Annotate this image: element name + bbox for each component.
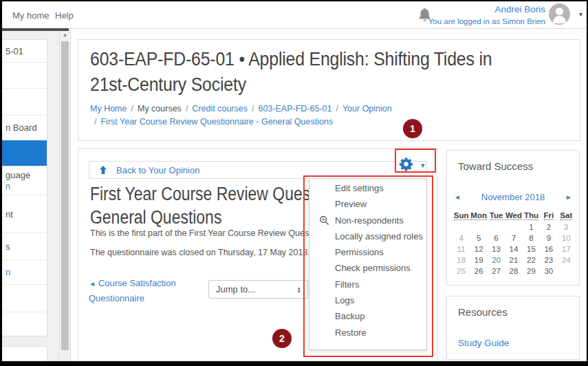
calendar-date: 4 [453,234,470,245]
calendar-date: 18 [453,256,470,267]
calendar-date [558,267,575,278]
calendar-block: Toward Success ◄ November 2018 ► Sun Mon… [446,150,580,286]
breadcrumb-item[interactable]: First Year Course Review Questionnaire -… [100,116,333,129]
breadcrumb-item[interactable]: Your Opinion [342,103,392,116]
scrollbar-thumb[interactable] [61,41,69,350]
nav-help[interactable]: Help [55,10,74,21]
menu-item[interactable]: Check permissions [309,260,426,276]
calendar-nav: ◄ November 2018 ► [454,192,572,202]
calendar-date: 11 [453,245,470,256]
caret-down-icon[interactable]: ▾ [421,161,425,170]
menu-item[interactable]: Edit settings [309,180,426,196]
settings-dropdown-menu: Edit settingsPreviewNon-respondentsLocal… [309,178,427,350]
calendar-date: 16 [540,245,557,256]
calendar-date: 3 [558,223,575,234]
settings-menu-button[interactable]: ▾ [399,157,431,175]
calendar-date: 14 [505,245,522,256]
zoom-in-icon [319,215,329,228]
calendar-date: 5 [470,234,487,245]
sidebar-item[interactable]: n [2,260,47,285]
scroll-up-arrow-icon[interactable]: ▲ [60,32,70,38]
menu-item[interactable]: Permissions [309,244,426,260]
menu-item[interactable]: Logs [309,292,426,308]
breadcrumb-item: / [336,103,338,116]
sidebar-item[interactable]: 5-01 [2,40,47,63]
calendar-date: 6 [488,234,505,245]
user-name[interactable]: Andrei Boris [428,4,545,14]
menu-item[interactable]: Filters [309,277,426,292]
breadcrumb-item: / [131,103,133,116]
calendar-day-header: Sat [558,211,575,223]
user-menu[interactable]: Andrei Boris You are logged in as Simon … [428,4,545,25]
previous-activity-link[interactable]: ◄Course Satisfaction Questionnaire [89,276,219,305]
sidebar-item[interactable]: guagen [2,166,47,195]
back-to-section-box: Back to Your Opinion [89,161,427,179]
screenshot-frame: My home Help Andrei Boris You are logged… [0,0,588,366]
menu-item[interactable]: Preview [309,196,426,212]
arrow-up-icon [98,165,108,175]
jump-to-select[interactable]: Jump to... ▲▼ [208,280,308,299]
calendar-date: 27 [488,267,505,278]
sidebar-scrollbar[interactable]: ▲ [59,29,71,361]
chevron-down-icon[interactable]: ▾ [579,10,582,18]
calendar-month-link[interactable]: November 2018 [461,192,565,202]
resources-block-title: Resources [458,306,508,318]
calendar-day-header: Fri [540,211,557,223]
calendar-date: 25 [453,267,470,278]
menu-item[interactable]: Locally assigned roles [309,228,426,244]
sidebar-item [2,285,47,312]
activity-description: This is the first part of the First Year… [90,228,345,238]
calendar-date: 28 [505,267,522,278]
calendar-grid: Sun Mon Tue Wed Thu Fri Sat [453,211,575,223]
sidebar-item[interactable]: n Board [2,116,47,140]
sidebar-item[interactable]: nt [2,195,47,233]
closed-date-text: The questionnaire was closed on Thursday… [90,248,344,257]
calendar-dates: 1234567891011121314151617181920212223242… [453,223,575,278]
menu-item[interactable]: Restore [309,325,426,341]
calendar-date: 24 [558,256,575,267]
calendar-date: 8 [523,234,540,245]
calendar-date [453,223,470,234]
avatar[interactable] [549,3,570,25]
calendar-date[interactable]: 20 [488,256,505,267]
breadcrumb-item: / [252,103,254,116]
study-guide-link[interactable]: Study Guide [458,338,509,348]
logged-in-as-text: You are logged in as Simon Brien [428,17,545,25]
gear-icon[interactable] [399,162,413,173]
sidebar-item-active[interactable] [2,140,47,166]
calendar-date: 17 [558,245,575,256]
calendar-date: 12 [470,245,487,256]
annotation-badge-2: 2 [272,329,292,348]
calendar-block-title: Toward Success [458,160,533,172]
calendar-date [505,223,522,234]
calendar-date: 13 [488,245,505,256]
annotation-badge-1: 1 [403,119,422,138]
calendar-next-icon[interactable]: ► [565,193,572,201]
page-title: 603-EAP-FD-65-01 • Applied English: Shif… [90,47,492,98]
calendar-prev-icon[interactable]: ◄ [454,193,461,201]
calendar-date: 19 [470,256,487,267]
nav-my-home[interactable]: My home [12,10,49,21]
calendar-date: 9 [540,234,557,245]
calendar-date: 23 [540,256,557,267]
menu-item[interactable]: Backup [309,308,426,324]
page: My home Help Andrei Boris You are logged… [2,1,587,361]
avatar-torso [553,16,566,23]
calendar-date: 15 [523,245,540,256]
calendar-date [470,223,487,234]
breadcrumb-item[interactable]: 603-EAP-FD-65-01 [258,103,331,116]
calendar-date: 1 [523,223,540,234]
calendar-date: 26 [470,267,487,278]
calendar-day-header: Sun [453,211,470,223]
top-navbar: My home Help Andrei Boris You are logged… [2,1,587,29]
calendar-date: 22 [523,256,540,267]
sidebar-top-strip [2,28,69,31]
calendar-day-header: Mon [470,211,487,223]
breadcrumb: My Home/My courses/Credit courses/603-EA… [90,103,392,129]
sidebar-item [2,63,47,89]
breadcrumb-item: My courses [138,103,182,116]
back-link[interactable]: Back to Your Opinion [116,165,199,175]
sidebar-item[interactable]: s [2,233,47,260]
breadcrumb-item[interactable]: My Home [90,103,127,116]
breadcrumb-item[interactable]: Credit courses [192,103,248,116]
